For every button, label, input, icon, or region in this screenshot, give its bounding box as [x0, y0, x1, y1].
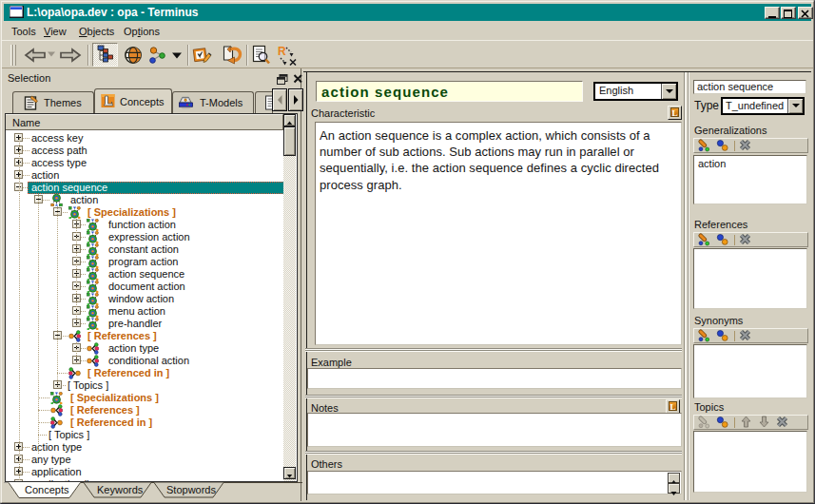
svg-text:R: R: [278, 45, 286, 58]
